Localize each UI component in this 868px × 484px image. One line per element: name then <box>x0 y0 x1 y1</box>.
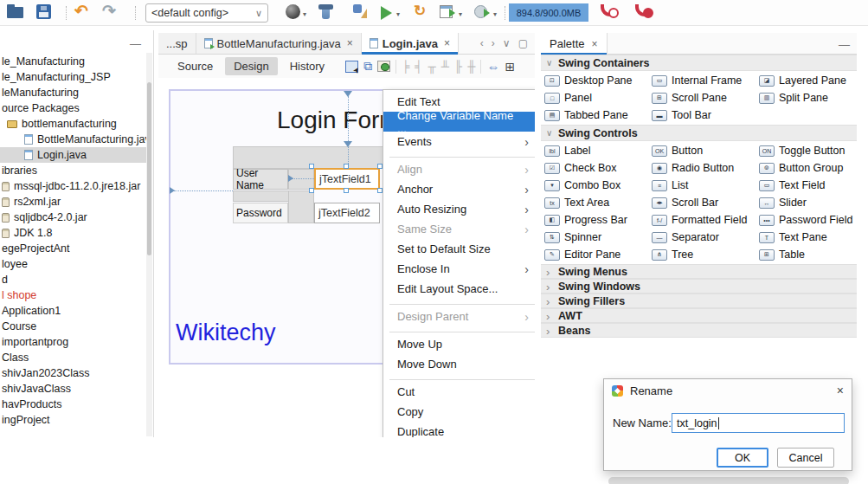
minimize-icon[interactable]: — <box>130 37 141 50</box>
memory-usage-indicator[interactable]: 894.8/900.0MB <box>509 3 588 22</box>
palette-item[interactable]: ON Toggle Button <box>759 142 857 159</box>
connection-mode-icon[interactable]: ⧉ <box>363 59 372 74</box>
tree-item[interactable]: le_Manufacturing_JSP <box>0 69 147 85</box>
context-menu-item[interactable]: Move Down › <box>383 354 535 374</box>
palette-item[interactable]: ☑ Check Box <box>544 159 652 177</box>
debug-project-icon[interactable] <box>440 5 453 18</box>
collapsed-palette-section[interactable]: Swing Menus <box>541 264 857 279</box>
palette-item[interactable]: f-/ Formatted Field <box>652 211 759 229</box>
context-menu-item[interactable]: Auto Resizing › <box>383 199 535 219</box>
preview-design-icon[interactable] <box>377 61 390 72</box>
tree-item[interactable]: Login.java <box>0 147 147 163</box>
selection-handle[interactable] <box>344 164 349 169</box>
resize-horizontal-icon[interactable]: ⇔ <box>486 59 499 74</box>
scrollbar-thumb[interactable] <box>147 82 151 255</box>
palette-item[interactable]: OK Button <box>652 142 759 159</box>
next-tab-icon[interactable]: › <box>492 37 495 49</box>
tree-item[interactable]: Application1 <box>0 303 147 319</box>
tree-item[interactable]: sqljdbc4-2.0.jar <box>0 210 147 225</box>
context-menu-item[interactable]: Change Variable Name ... › <box>383 112 535 132</box>
context-menu-item[interactable]: Design Parent › <box>383 307 535 326</box>
palette-item[interactable]: ⊚ Button Group <box>759 159 857 177</box>
tree-item[interactable]: egeProjectAnt <box>0 241 147 256</box>
context-menu-item[interactable]: Move Up › <box>383 334 535 354</box>
palette-item[interactable]: ••• Password Field <box>759 211 857 229</box>
close-icon[interactable]: × <box>837 384 844 397</box>
maximize-icon[interactable]: ▢ <box>518 37 528 49</box>
run-web-icon[interactable] <box>474 5 487 18</box>
context-menu-item[interactable]: Events › <box>383 132 535 152</box>
palette-item[interactable]: ▥ Split Pane <box>759 89 857 106</box>
palette-item[interactable]: □ Panel <box>544 89 652 106</box>
design-view-button[interactable]: Design <box>225 57 277 75</box>
palette-item[interactable]: lbl Label <box>544 142 652 159</box>
tree-item[interactable]: JDK 1.8 <box>0 225 147 241</box>
context-menu-item[interactable]: Duplicate › <box>383 422 535 437</box>
tab-login-java[interactable]: Login.java × <box>362 33 459 54</box>
palette-item[interactable]: ▾ Combo Box <box>544 177 652 194</box>
tree-item[interactable]: leManufacturing <box>0 85 147 100</box>
build-project-icon[interactable] <box>286 4 300 19</box>
minimize-icon[interactable]: — <box>839 38 850 51</box>
palette-item[interactable]: ≡ List <box>652 177 759 194</box>
tree-item[interactable]: bottlemanufacturing <box>0 116 147 132</box>
ok-button[interactable]: OK <box>717 448 768 468</box>
palette-item[interactable]: ◉ Radio Button <box>652 159 759 177</box>
chevron-down-icon[interactable]: ▾ <box>493 10 497 18</box>
tab-jsp[interactable]: ...sp <box>158 33 196 54</box>
login-form-title[interactable]: Login Form <box>277 106 400 134</box>
context-menu-item[interactable]: › <box>383 326 535 334</box>
palette-item[interactable]: ✎ Editor Pane <box>544 246 652 263</box>
clean-build-hammer-icon[interactable] <box>322 4 330 19</box>
palette-item[interactable]: ⋔ Tree <box>652 246 759 263</box>
palette-item[interactable]: ▤ Tabbed Pane <box>544 106 652 124</box>
section-swing-containers[interactable]: Swing Containers <box>541 55 857 71</box>
tree-item[interactable]: Course <box>0 319 147 334</box>
context-menu-item[interactable]: Set to Default Size › <box>383 239 535 259</box>
palette-item[interactable]: — Separator <box>652 229 759 246</box>
tree-item[interactable]: havProducts <box>0 397 147 412</box>
context-menu-item[interactable]: › <box>383 299 535 307</box>
tree-item[interactable]: d <box>0 272 147 287</box>
selection-handle[interactable] <box>309 164 314 169</box>
chevron-down-icon[interactable]: ▾ <box>303 10 306 18</box>
tab-list-icon[interactable]: ∨ <box>503 37 511 49</box>
rename-input[interactable]: txt_login <box>672 413 845 433</box>
palette-item[interactable]: ↔ Slider <box>759 194 857 211</box>
selection-mode-icon[interactable] <box>345 61 358 73</box>
collapsed-palette-section[interactable]: Swing Windows <box>541 279 857 294</box>
context-menu-item[interactable]: Enclose In › <box>383 259 535 279</box>
tab-palette[interactable]: Palette × <box>541 33 608 55</box>
tree-item[interactable]: shivJan2023Class <box>0 365 147 381</box>
wikitechy-brand-label[interactable]: Wikitechy <box>176 319 276 346</box>
close-icon[interactable]: × <box>347 37 353 49</box>
palette-item[interactable]: ⊞ Scroll Pane <box>652 89 759 106</box>
username-textfield[interactable]: jTextField1 <box>314 168 380 190</box>
tree-item[interactable]: ource Packages <box>0 100 147 116</box>
palette-item[interactable]: ◧ Progress Bar <box>544 211 652 229</box>
section-swing-controls[interactable]: Swing Controls <box>541 125 857 141</box>
tree-item[interactable]: importantprog <box>0 334 147 350</box>
dialog-titlebar[interactable]: Rename × <box>604 379 852 402</box>
palette-item[interactable]: ⇅ Spinner <box>544 229 652 246</box>
collapsed-palette-section[interactable]: AWT <box>541 308 857 323</box>
palette-item[interactable]: ▭ Internal Frame <box>652 72 759 89</box>
palette-item[interactable]: ▬ Tool Bar <box>652 106 759 124</box>
palette-item[interactable]: T Text Pane <box>759 229 857 246</box>
undo-icon[interactable]: ↶ <box>74 1 88 21</box>
tree-item[interactable]: BottleManufacturing.jav <box>0 132 147 147</box>
context-menu-item[interactable]: Copy › <box>383 402 535 422</box>
selection-handle[interactable] <box>309 188 314 193</box>
config-dropdown[interactable]: <default config> ∨ <box>145 3 268 23</box>
tree-item[interactable]: mssql-jdbc-11.2.0.jre18.jar <box>0 178 147 194</box>
palette-item[interactable]: tx Text Area <box>544 194 652 211</box>
open-project-icon[interactable] <box>7 7 23 18</box>
clean-broom-icon[interactable] <box>351 3 367 19</box>
close-icon[interactable]: × <box>444 37 450 49</box>
tree-item[interactable]: l shope <box>0 287 147 303</box>
profile-project-icon[interactable]: ↻ <box>414 2 426 20</box>
context-menu-item[interactable]: Align › <box>383 159 535 179</box>
chevron-down-icon[interactable]: ▾ <box>459 10 462 18</box>
palette-item[interactable]: ▭ Text Field <box>759 177 857 194</box>
cancel-button[interactable]: Cancel <box>777 448 834 468</box>
